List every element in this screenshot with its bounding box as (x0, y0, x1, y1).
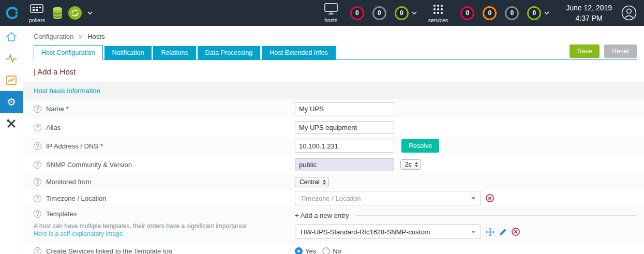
sidebar-item-home[interactable] (0, 26, 23, 48)
monitored-from-select[interactable]: Central (295, 177, 329, 187)
name-input[interactable] (295, 102, 394, 115)
timezone-placeholder: Timezone / Location (301, 195, 361, 202)
gear-icon: ⚙ (7, 97, 16, 107)
add-template-entry-link[interactable]: + Add a new entry (295, 212, 349, 219)
clock: June 12, 2019 4:37 PM (566, 3, 612, 24)
create-services-no-radio[interactable] (322, 247, 330, 254)
hosts-label: hosts (324, 17, 337, 23)
home-icon (6, 32, 17, 42)
services-icon (432, 3, 444, 16)
breadcrumb-hosts[interactable]: Hosts (87, 33, 104, 40)
help-icon[interactable]: ? (34, 161, 41, 169)
form-row-alias: ? Alias (23, 118, 644, 137)
sidebar-item-monitoring[interactable] (0, 48, 23, 69)
help-icon[interactable]: ? (34, 247, 41, 254)
sidebar-item-configuration[interactable]: ⚙ (0, 91, 23, 113)
breadcrumb: Configuration > Hosts (23, 26, 644, 45)
user-menu[interactable] (621, 5, 637, 21)
divider (355, 215, 637, 216)
help-icon[interactable]: ? (34, 142, 41, 150)
help-icon[interactable]: ? (34, 195, 41, 202)
templates-label: Templates (46, 210, 77, 218)
create-services-yes-label: Yes (305, 247, 316, 254)
template-select-value: HW-UPS-Standard-Rfc1628-SNMP-custom (301, 228, 430, 236)
template-delete-icon[interactable] (512, 228, 520, 236)
snmp-version-value: 2c (405, 161, 412, 168)
select-arrows-icon (415, 162, 418, 167)
centreon-logo[interactable] (0, 0, 25, 26)
pollers-icon (30, 3, 43, 16)
form-row-timezone: ? Timezone / Location Timezone / Locatio… (23, 190, 644, 206)
create-services-yes-radio[interactable] (295, 247, 303, 254)
form-row-snmp: ? SNMP Community & Version 2c (23, 155, 644, 174)
sidebar: ⚙ (0, 26, 23, 254)
tab-notification[interactable]: Notification (104, 46, 152, 59)
database-icon[interactable] (52, 6, 63, 20)
reset-button[interactable]: Reset (604, 44, 637, 58)
timezone-select[interactable]: Timezone / Location (295, 191, 481, 205)
sidebar-item-reporting[interactable] (0, 69, 23, 91)
pollers-chevron-down-icon[interactable] (87, 11, 93, 14)
timezone-label: Timezone / Location (46, 195, 107, 202)
pollers-menu[interactable]: pollers (29, 3, 45, 23)
alias-label: Alias (46, 124, 61, 131)
ip-label: IP Address / DNS (46, 142, 98, 150)
hosts-up-badge[interactable]: 0 (395, 6, 409, 20)
name-label: Name (46, 105, 64, 113)
section-header: Host basic information (23, 82, 644, 99)
hosts-menu[interactable]: hosts (324, 3, 338, 23)
current-date: June 12, 2019 (566, 3, 612, 13)
services-unknown-badge[interactable]: 0 (505, 6, 519, 20)
ip-input[interactable] (295, 140, 394, 153)
templates-help-text: A host can have multiple templates, thei… (34, 222, 295, 230)
hosts-down-badge[interactable]: 0 (350, 6, 364, 20)
sidebar-item-administration[interactable] (0, 113, 23, 135)
snmp-community-input[interactable] (295, 158, 394, 171)
breadcrumb-separator: > (79, 33, 83, 40)
templates-help-link[interactable]: Here is a self-explanatory image. (34, 230, 295, 237)
chart-icon (6, 76, 17, 85)
current-time: 4:37 PM (566, 13, 612, 23)
main-content: Configuration > Hosts Host Configuration… (23, 26, 644, 254)
snmp-version-select[interactable]: 2c (400, 159, 421, 170)
template-select[interactable]: HW-UPS-Standard-Rfc1628-SNMP-custom (295, 225, 481, 239)
sync-status-icon[interactable] (68, 6, 82, 20)
help-icon[interactable]: ? (34, 124, 41, 131)
hosts-chevron-down-icon[interactable] (412, 11, 417, 14)
tab-host-configuration[interactable]: Host Configuration (34, 45, 103, 60)
pollers-label: pollers (29, 17, 45, 23)
breadcrumb-configuration[interactable]: Configuration (34, 33, 73, 40)
chevron-down-icon (471, 231, 475, 233)
tab-relations[interactable]: Relations (153, 46, 196, 59)
hosts-unreachable-badge[interactable]: 0 (372, 6, 386, 20)
template-move-icon[interactable] (486, 228, 495, 236)
centreon-app: pollers (0, 0, 644, 254)
form-row-name: ? Name * (23, 99, 644, 118)
alias-input[interactable] (295, 121, 394, 134)
help-icon[interactable]: ? (34, 178, 41, 186)
save-button[interactable]: Save (570, 44, 600, 58)
page-title: | Add a Host (34, 67, 644, 76)
form-row-create-services: ? Create Services linked to the Template… (23, 243, 644, 254)
services-label: services (428, 17, 448, 23)
tab-host-extended-infos[interactable]: Host Extended Infos (262, 46, 336, 59)
services-warning-badge[interactable]: 0 (483, 6, 497, 20)
services-ok-badge[interactable]: 0 (527, 6, 541, 20)
required-asterisk: * (66, 105, 69, 113)
create-services-label: Create Services linked to the Template t… (46, 247, 172, 254)
monitored-from-label: Monitored from (46, 178, 91, 186)
services-chevron-down-icon[interactable] (544, 11, 549, 14)
create-services-no-label: No (333, 247, 341, 254)
help-icon[interactable]: ? (34, 105, 41, 113)
services-critical-badge[interactable]: 0 (460, 6, 474, 20)
help-icon[interactable]: ? (34, 210, 41, 218)
pulse-icon (6, 54, 17, 63)
template-edit-icon[interactable] (499, 228, 507, 236)
resolve-button[interactable]: Resolve (401, 139, 439, 153)
tab-data-processing[interactable]: Data Processing (198, 46, 261, 59)
monitored-from-value: Central (299, 178, 320, 186)
topbar: pollers (0, 0, 644, 26)
required-asterisk: * (100, 142, 103, 150)
timezone-clear-icon[interactable] (486, 194, 494, 202)
services-menu[interactable]: services (428, 3, 448, 23)
